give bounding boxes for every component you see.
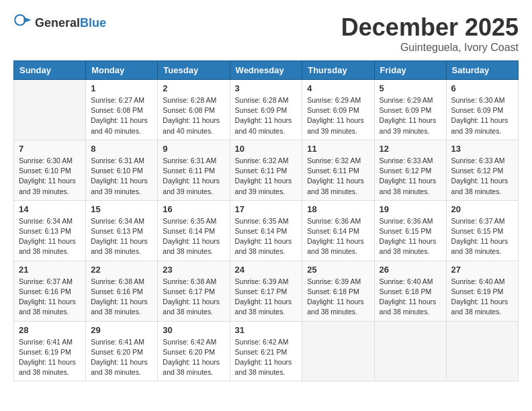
day-info: Sunrise: 6:32 AMSunset: 6:11 PMDaylight:…	[235, 156, 298, 197]
day-info: Sunrise: 6:35 AMSunset: 6:14 PMDaylight:…	[235, 216, 298, 257]
day-number: 5	[380, 83, 441, 93]
weekday-header-cell: Wednesday	[230, 61, 302, 80]
day-number: 18	[307, 204, 369, 214]
day-number: 6	[451, 83, 513, 93]
logo-icon	[13, 13, 32, 32]
day-info: Sunrise: 6:42 AMSunset: 6:20 PMDaylight:…	[163, 337, 224, 378]
day-info: Sunrise: 6:29 AMSunset: 6:09 PMDaylight:…	[380, 95, 441, 136]
day-info: Sunrise: 6:35 AMSunset: 6:14 PMDaylight:…	[163, 216, 224, 257]
day-info: Sunrise: 6:40 AMSunset: 6:18 PMDaylight:…	[380, 277, 441, 318]
weekday-header-cell: Monday	[86, 61, 158, 80]
calendar-day-cell: 4Sunrise: 6:29 AMSunset: 6:09 PMDaylight…	[302, 80, 374, 140]
calendar-day-cell: 2Sunrise: 6:28 AMSunset: 6:08 PMDaylight…	[158, 80, 230, 140]
svg-marker-1	[24, 17, 31, 23]
logo-text-blue: Blue	[80, 16, 106, 30]
day-number: 28	[19, 325, 81, 335]
day-number: 7	[19, 144, 81, 154]
day-number: 9	[163, 144, 224, 154]
day-info: Sunrise: 6:39 AMSunset: 6:18 PMDaylight:…	[307, 277, 369, 318]
calendar-week-row: 7Sunrise: 6:30 AMSunset: 6:10 PMDaylight…	[14, 140, 519, 200]
weekday-header-cell: Friday	[374, 61, 446, 80]
calendar-day-cell: 26Sunrise: 6:40 AMSunset: 6:18 PMDayligh…	[374, 261, 446, 321]
day-info: Sunrise: 6:38 AMSunset: 6:16 PMDaylight:…	[91, 277, 152, 318]
calendar-day-cell: 30Sunrise: 6:42 AMSunset: 6:20 PMDayligh…	[158, 321, 230, 381]
day-info: Sunrise: 6:38 AMSunset: 6:17 PMDaylight:…	[163, 277, 224, 318]
logo: GeneralBlue	[13, 13, 106, 32]
calendar-day-cell: 19Sunrise: 6:36 AMSunset: 6:15 PMDayligh…	[374, 200, 446, 261]
day-number: 25	[307, 265, 369, 275]
day-number: 12	[380, 144, 441, 154]
day-number: 26	[380, 265, 441, 275]
day-number: 2	[163, 83, 224, 93]
day-number: 30	[163, 325, 224, 335]
day-info: Sunrise: 6:30 AMSunset: 6:10 PMDaylight:…	[19, 156, 81, 197]
month-title: December 2025	[341, 13, 519, 42]
calendar-day-cell: 10Sunrise: 6:32 AMSunset: 6:11 PMDayligh…	[230, 140, 302, 200]
logo-text-general: General	[35, 16, 80, 30]
day-number: 11	[307, 144, 369, 154]
day-number: 27	[451, 265, 513, 275]
calendar-day-cell	[14, 80, 86, 140]
calendar-day-cell: 13Sunrise: 6:33 AMSunset: 6:12 PMDayligh…	[446, 140, 518, 200]
day-info: Sunrise: 6:34 AMSunset: 6:13 PMDaylight:…	[19, 216, 81, 257]
calendar-day-cell: 7Sunrise: 6:30 AMSunset: 6:10 PMDaylight…	[14, 140, 86, 200]
day-info: Sunrise: 6:37 AMSunset: 6:15 PMDaylight:…	[451, 216, 513, 257]
day-info: Sunrise: 6:32 AMSunset: 6:11 PMDaylight:…	[307, 156, 369, 197]
day-number: 4	[307, 83, 369, 93]
day-info: Sunrise: 6:37 AMSunset: 6:16 PMDaylight:…	[19, 277, 81, 318]
calendar-body: 1Sunrise: 6:27 AMSunset: 6:08 PMDaylight…	[14, 80, 519, 381]
weekday-header-cell: Tuesday	[158, 61, 230, 80]
day-info: Sunrise: 6:30 AMSunset: 6:09 PMDaylight:…	[451, 95, 513, 136]
calendar-day-cell	[302, 321, 374, 381]
calendar-day-cell: 5Sunrise: 6:29 AMSunset: 6:09 PMDaylight…	[374, 80, 446, 140]
calendar-day-cell: 24Sunrise: 6:39 AMSunset: 6:17 PMDayligh…	[230, 261, 302, 321]
day-info: Sunrise: 6:28 AMSunset: 6:09 PMDaylight:…	[235, 95, 298, 136]
day-info: Sunrise: 6:36 AMSunset: 6:14 PMDaylight:…	[307, 216, 369, 257]
day-info: Sunrise: 6:33 AMSunset: 6:12 PMDaylight:…	[380, 156, 441, 197]
calendar-week-row: 14Sunrise: 6:34 AMSunset: 6:13 PMDayligh…	[14, 200, 519, 261]
day-info: Sunrise: 6:34 AMSunset: 6:13 PMDaylight:…	[91, 216, 152, 257]
calendar-day-cell: 14Sunrise: 6:34 AMSunset: 6:13 PMDayligh…	[14, 200, 86, 261]
day-number: 20	[451, 204, 513, 214]
day-info: Sunrise: 6:31 AMSunset: 6:11 PMDaylight:…	[163, 156, 224, 197]
day-info: Sunrise: 6:27 AMSunset: 6:08 PMDaylight:…	[91, 95, 152, 136]
day-info: Sunrise: 6:39 AMSunset: 6:17 PMDaylight:…	[235, 277, 298, 318]
calendar-day-cell: 1Sunrise: 6:27 AMSunset: 6:08 PMDaylight…	[86, 80, 158, 140]
weekday-header-cell: Sunday	[14, 61, 86, 80]
day-number: 3	[235, 83, 298, 93]
calendar-day-cell	[446, 321, 518, 381]
day-info: Sunrise: 6:40 AMSunset: 6:19 PMDaylight:…	[451, 277, 513, 318]
calendar-day-cell: 17Sunrise: 6:35 AMSunset: 6:14 PMDayligh…	[230, 200, 302, 261]
day-info: Sunrise: 6:42 AMSunset: 6:21 PMDaylight:…	[235, 337, 298, 378]
calendar-day-cell: 8Sunrise: 6:31 AMSunset: 6:10 PMDaylight…	[86, 140, 158, 200]
day-info: Sunrise: 6:36 AMSunset: 6:15 PMDaylight:…	[380, 216, 441, 257]
day-number: 31	[235, 325, 298, 335]
calendar-day-cell: 20Sunrise: 6:37 AMSunset: 6:15 PMDayligh…	[446, 200, 518, 261]
calendar-day-cell: 27Sunrise: 6:40 AMSunset: 6:19 PMDayligh…	[446, 261, 518, 321]
day-number: 22	[91, 265, 152, 275]
svg-point-0	[15, 15, 25, 25]
calendar-day-cell: 23Sunrise: 6:38 AMSunset: 6:17 PMDayligh…	[158, 261, 230, 321]
day-number: 19	[380, 204, 441, 214]
day-number: 13	[451, 144, 513, 154]
day-number: 10	[235, 144, 298, 154]
location-title: Guinteguela, Ivory Coast	[341, 42, 519, 54]
title-area: December 2025 Guinteguela, Ivory Coast	[341, 13, 519, 54]
calendar-day-cell: 18Sunrise: 6:36 AMSunset: 6:14 PMDayligh…	[302, 200, 374, 261]
calendar-day-cell: 29Sunrise: 6:41 AMSunset: 6:20 PMDayligh…	[86, 321, 158, 381]
calendar: SundayMondayTuesdayWednesdayThursdayFrid…	[13, 60, 519, 381]
day-info: Sunrise: 6:31 AMSunset: 6:10 PMDaylight:…	[91, 156, 152, 197]
calendar-day-cell: 22Sunrise: 6:38 AMSunset: 6:16 PMDayligh…	[86, 261, 158, 321]
day-number: 17	[235, 204, 298, 214]
weekday-header-cell: Saturday	[446, 61, 518, 80]
calendar-day-cell: 11Sunrise: 6:32 AMSunset: 6:11 PMDayligh…	[302, 140, 374, 200]
calendar-week-row: 28Sunrise: 6:41 AMSunset: 6:19 PMDayligh…	[14, 321, 519, 381]
calendar-week-row: 21Sunrise: 6:37 AMSunset: 6:16 PMDayligh…	[14, 261, 519, 321]
day-info: Sunrise: 6:33 AMSunset: 6:12 PMDaylight:…	[451, 156, 513, 197]
day-number: 24	[235, 265, 298, 275]
day-info: Sunrise: 6:29 AMSunset: 6:09 PMDaylight:…	[307, 95, 369, 136]
calendar-day-cell: 28Sunrise: 6:41 AMSunset: 6:19 PMDayligh…	[14, 321, 86, 381]
day-number: 8	[91, 144, 152, 154]
calendar-day-cell: 12Sunrise: 6:33 AMSunset: 6:12 PMDayligh…	[374, 140, 446, 200]
day-info: Sunrise: 6:41 AMSunset: 6:20 PMDaylight:…	[91, 337, 152, 378]
